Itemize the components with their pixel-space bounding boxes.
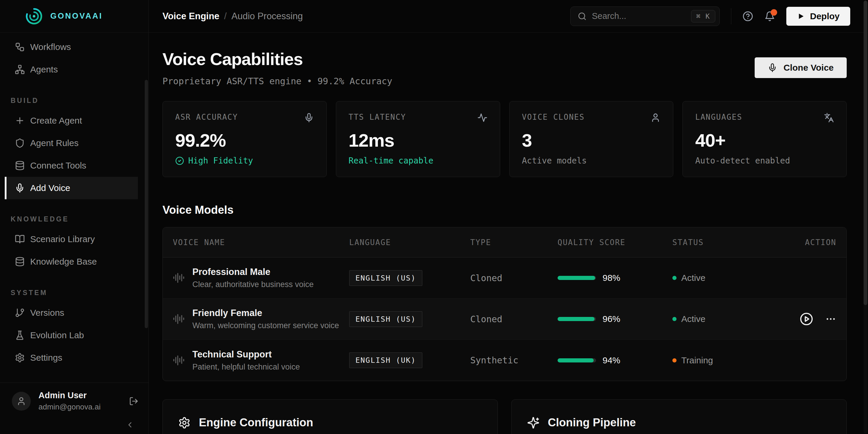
collapse-row — [12, 421, 138, 429]
table-row-technical-support[interactable]: Technical SupportPatient, helpful techni… — [163, 340, 846, 381]
stat-footer-text: Real-time capable — [349, 156, 434, 166]
network-icon — [15, 64, 25, 74]
settings-icon — [15, 353, 25, 363]
column-header-quality-score: QUALITY SCORE — [558, 238, 672, 247]
sidebar: GONOVAAI WorkflowsAgentsBUILDCreate Agen… — [0, 0, 149, 434]
voice-name: Friendly Female — [192, 308, 339, 319]
sidebar-item-versions[interactable]: Versions — [5, 302, 138, 324]
panel-title: Engine Configuration — [199, 416, 313, 429]
bottom-panels: Engine ConfigurationCloning Pipeline — [162, 399, 847, 434]
play-circle-icon — [800, 312, 813, 326]
sidebar-nav: WorkflowsAgentsBUILDCreate AgentAgent Ru… — [0, 33, 149, 382]
status-dot — [672, 317, 677, 321]
sidebar-item-add-voice[interactable]: Add Voice — [5, 177, 138, 199]
sidebar-item-label: Add Voice — [30, 183, 70, 193]
quality-percent: 98% — [602, 273, 620, 283]
main-scrollbar[interactable] — [864, 1, 867, 433]
page-subtitle: Proprietary ASR/TTS engine • 99.2% Accur… — [162, 76, 393, 86]
stat-card-top: TTS LATENCY — [349, 113, 488, 123]
sidebar-item-workflows[interactable]: Workflows — [5, 36, 138, 58]
user-row[interactable]: Admin User admin@gonova.ai — [12, 391, 138, 411]
status-cell: Active — [672, 314, 770, 324]
stat-value: 40+ — [695, 130, 834, 151]
stat-footer: Real-time capable — [349, 156, 488, 166]
audio-lines-icon — [173, 313, 185, 325]
type-cell: Synthetic — [470, 355, 558, 365]
clone-voice-button[interactable]: Clone Voice — [755, 57, 847, 78]
status-cell: Training — [672, 355, 770, 365]
panel-cloning-pipeline: Cloning Pipeline — [512, 399, 847, 434]
sidebar-item-knowledge-base[interactable]: Knowledge Base — [5, 251, 138, 273]
flask-icon — [15, 330, 25, 340]
help-icon[interactable] — [743, 11, 753, 22]
sidebar-item-agent-rules[interactable]: Agent Rules — [5, 132, 138, 154]
stat-value: 12ms — [349, 130, 488, 151]
stat-card-top: VOICE CLONES — [522, 113, 661, 123]
more-actions-button[interactable] — [825, 313, 836, 325]
language-badge: ENGLISH (US) — [349, 311, 422, 327]
search-input[interactable] — [592, 11, 686, 21]
quality-bar-fill — [558, 317, 594, 321]
sidebar-scrollbar-thumb[interactable] — [145, 80, 148, 328]
page-title: Voice Capabilities — [162, 49, 393, 69]
column-header-status: STATUS — [672, 238, 770, 247]
notifications-bell-icon[interactable] — [765, 11, 775, 22]
mic-icon — [15, 183, 25, 193]
sidebar-item-create-agent[interactable]: Create Agent — [5, 109, 138, 132]
workflow-icon — [15, 42, 25, 52]
deploy-label: Deploy — [810, 11, 840, 21]
search-icon — [578, 12, 587, 21]
sidebar-item-settings[interactable]: Settings — [5, 346, 138, 369]
check-circle-icon — [175, 156, 184, 165]
deploy-button[interactable]: Deploy — [786, 7, 850, 26]
table-row-friendly-female[interactable]: Friendly FemaleWarm, welcoming customer … — [163, 299, 846, 340]
play-voice-button[interactable] — [800, 312, 813, 326]
voice-name-text: Technical SupportPatient, helpful techni… — [192, 349, 300, 372]
breadcrumb-separator: / — [224, 11, 227, 22]
sparkles-icon — [527, 416, 539, 429]
sidebar-item-agents[interactable]: Agents — [5, 58, 138, 81]
voice-models-table: VOICE NAMELANGUAGETYPEQUALITY SCORESTATU… — [162, 227, 847, 381]
collapse-sidebar-icon[interactable] — [125, 421, 134, 429]
quality-bar — [558, 317, 596, 321]
nav-section-label-knowledge: KNOWLEDGE — [5, 215, 138, 223]
brand-logo[interactable]: GONOVAAI — [0, 0, 149, 33]
main-scrollbar-thumb[interactable] — [864, 1, 867, 305]
sidebar-item-label: Knowledge Base — [30, 257, 97, 267]
git-branch-icon — [15, 308, 25, 318]
sidebar-item-label: Settings — [30, 353, 62, 363]
panel-title-row: Cloning Pipeline — [527, 416, 831, 429]
nav-section-label-system: SYSTEM — [5, 289, 138, 297]
ellipsis-icon — [825, 313, 836, 325]
voice-name-cell: Professional MaleClear, authoritative bu… — [173, 267, 349, 289]
language-cell: ENGLISH (UK) — [349, 353, 470, 368]
column-header-voice-name: VOICE NAME — [173, 238, 349, 247]
logout-icon[interactable] — [129, 396, 138, 406]
voice-description: Patient, helpful technical voice — [192, 363, 300, 372]
sidebar-item-label: Agent Rules — [30, 138, 79, 148]
user-icon — [650, 113, 660, 123]
table-row-professional-male[interactable]: Professional MaleClear, authoritative bu… — [163, 258, 846, 299]
user-info: Admin User admin@gonova.ai — [38, 391, 121, 411]
title-group: Voice Capabilities Proprietary ASR/TTS e… — [162, 49, 393, 86]
voice-description: Clear, authoritative business voice — [192, 280, 314, 289]
title-row: Voice Capabilities Proprietary ASR/TTS e… — [162, 49, 847, 86]
panel-engine-configuration: Engine Configuration — [162, 399, 498, 434]
stat-label: VOICE CLONES — [522, 113, 585, 122]
sidebar-item-label: Agents — [30, 64, 58, 74]
activity-icon — [477, 113, 488, 123]
sidebar-item-evolution-lab[interactable]: Evolution Lab — [5, 324, 138, 346]
stat-footer: Auto-detect enabled — [695, 156, 834, 166]
sidebar-item-label: Versions — [30, 308, 64, 318]
search-box[interactable]: ⌘ K — [570, 6, 720, 26]
breadcrumb-section[interactable]: Voice Engine — [162, 11, 219, 22]
breadcrumb-page[interactable]: Audio Processing — [231, 11, 303, 22]
sidebar-item-scenario-library[interactable]: Scenario Library — [5, 228, 138, 251]
sidebar-footer: Admin User admin@gonova.ai — [0, 382, 149, 434]
sidebar-item-connect-tools[interactable]: Connect Tools — [5, 154, 138, 177]
avatar — [12, 392, 31, 411]
voice-name: Technical Support — [192, 349, 300, 360]
quality-bar — [558, 358, 596, 363]
language-cell: ENGLISH (US) — [349, 270, 470, 286]
app-root: GONOVAAI WorkflowsAgentsBUILDCreate Agen… — [0, 0, 868, 434]
